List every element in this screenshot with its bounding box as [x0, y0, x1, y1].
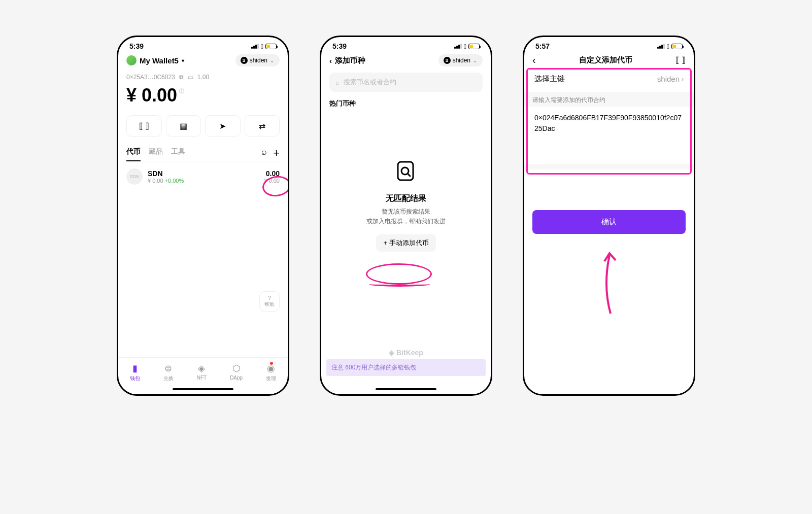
notification-dot [270, 362, 273, 365]
status-bar: 5:57 􀙇 [524, 37, 694, 52]
token-price: ¥ 0.00 [148, 178, 163, 184]
token-icon: SDN [126, 168, 143, 185]
token-change: +0.00% [165, 178, 184, 184]
add-token-icon[interactable]: + [273, 147, 280, 160]
empty-sub2: 或加入电报群，帮助我们改进 [329, 217, 483, 226]
token-row-sdn[interactable]: SDN SDN ¥ 0.00 +0.00% 0.00 ¥ 0.00 [126, 162, 280, 191]
wifi-icon: 􀙇 [261, 43, 263, 50]
empty-sub1: 暂无该币搜索结果 [329, 207, 483, 217]
stake-icon[interactable]: ▭ [188, 74, 193, 81]
dapp-icon: ⬡ [232, 363, 241, 374]
empty-state: 无匹配结果 暂无该币搜索结果 或加入电报群，帮助我们改进 + 手动添加代币 [329, 159, 483, 252]
status-time: 5:57 [535, 42, 550, 50]
svg-rect-0 [398, 162, 413, 180]
brand-icon: ◈ [389, 349, 396, 357]
signal-icon [251, 44, 259, 49]
scan-button[interactable]: ⟦ ⟧ [126, 115, 162, 136]
chain-selector[interactable]: S shiden ⌄ [438, 54, 483, 66]
home-indicator [376, 388, 436, 390]
status-time: 5:39 [129, 42, 144, 50]
chain-label: shiden [250, 57, 267, 64]
wallet-icon: ▮ [132, 363, 138, 374]
wifi-icon: 􀙇 [464, 43, 466, 50]
help-icon: ? [268, 295, 271, 301]
status-indicators: 􀙇 [454, 43, 480, 50]
nav-dapp[interactable]: ⬡DApp [230, 363, 243, 382]
status-bar: 5:39 􀙇 [118, 37, 288, 52]
nav-wallet[interactable]: ▮钱包 [130, 363, 140, 382]
search-input[interactable]: ⌕ 搜索币名或者合约 [329, 73, 483, 92]
balance-display: ¥ 0.00 ⓘ [126, 85, 280, 106]
help-label: 帮助 [264, 301, 275, 308]
wifi-icon: 􀙇 [667, 43, 669, 50]
battery-icon [671, 44, 683, 49]
receive-button[interactable]: ▦ [166, 115, 201, 136]
phone-custom-add-token: 5:57 􀙇 ‹ 自定义添加代币 ⟦ ⟧ 选择主链 shiden › 请输入需要… [523, 36, 695, 396]
section-hot-tokens: 热门币种 [329, 99, 483, 108]
chevron-down-icon: ⌄ [472, 57, 478, 64]
status-time: 5:39 [332, 42, 347, 50]
promo-banner[interactable]: 注意 600万用户选择的多链钱包 [326, 359, 486, 376]
page-title: 添加币种 [335, 56, 365, 65]
tab-tokens[interactable]: 代币 [126, 147, 141, 161]
token-amount: 0.00 [264, 169, 280, 178]
phone-wallet-home: 5:39 􀙇 My Wallet5 ▾ S shiden ⌄ 0×25A3…0C… [117, 36, 289, 396]
chevron-left-icon: ‹ [329, 56, 332, 65]
contract-field-label: 请输入需要添加的代币合约 [524, 92, 694, 107]
scan-icon[interactable]: ⟦ ⟧ [675, 55, 686, 65]
bottom-nav: ▮钱包 ⊜兑换 ◈NFT ⬡DApp ◉发现 [118, 357, 288, 385]
chevron-right-icon: › [682, 76, 684, 83]
empty-search-icon [394, 159, 418, 188]
swap-icon: ⊜ [164, 363, 172, 374]
svg-line-2 [408, 174, 410, 176]
annotation-circle-manual [366, 263, 432, 285]
status-indicators: 􀙇 [251, 43, 277, 50]
balance-value: ¥ 0.00 [126, 85, 177, 106]
chain-row[interactable]: 选择主链 shiden › [532, 66, 686, 92]
info-icon[interactable]: ⓘ [179, 88, 184, 95]
stake-amount: 1.00 [197, 74, 209, 81]
search-icon[interactable]: ⌕ [261, 147, 267, 160]
chain-icon: S [444, 57, 451, 64]
battery-icon [468, 44, 480, 49]
nav-swap[interactable]: ⊜兑换 [163, 363, 174, 382]
back-button[interactable]: ‹ [532, 54, 536, 66]
annotation-underline-manual [369, 282, 430, 287]
help-button[interactable]: ? 帮助 [259, 291, 280, 312]
status-indicators: 􀙇 [657, 43, 683, 50]
back-button[interactable]: ‹ 添加币种 [329, 56, 365, 65]
confirm-button[interactable]: 确认 [532, 210, 686, 234]
manual-add-label: + 手动添加代币 [383, 238, 428, 248]
wallet-name-label: My Wallet5 [140, 56, 179, 65]
send-button[interactable]: ➤ [205, 115, 241, 136]
token-fiat: ¥ 0.00 [264, 178, 280, 184]
token-symbol: SDN [148, 169, 184, 178]
chain-row-value: shiden [657, 75, 680, 83]
manual-add-button[interactable]: + 手动添加代币 [376, 234, 435, 252]
phone-add-token-search: 5:39 􀙇 ‹ 添加币种 S shiden ⌄ ⌕ 搜索币名或者合约 热门币种 [320, 36, 492, 396]
home-indicator [173, 388, 233, 390]
signal-icon [454, 44, 462, 49]
wallet-selector[interactable]: My Wallet5 ▾ [126, 55, 184, 65]
chevron-down-icon: ⌄ [269, 57, 275, 64]
chain-row-label: 选择主链 [534, 74, 565, 84]
battery-icon [265, 44, 277, 49]
chain-label: shiden [453, 57, 470, 64]
brand-footer: ◈ BitKeep [321, 349, 491, 357]
search-icon: ⌕ [335, 79, 340, 86]
annotation-arrow [595, 250, 626, 316]
nav-nft[interactable]: ◈NFT [197, 363, 207, 382]
tab-collectibles[interactable]: 藏品 [149, 147, 163, 161]
contract-input[interactable]: 0×024Ea6d6806FB17F39F90F93850010f2c0725D… [532, 107, 686, 164]
wallet-avatar [126, 55, 137, 65]
swap-button[interactable]: ⇄ [245, 115, 280, 136]
empty-title: 无匹配结果 [329, 193, 483, 204]
nft-icon: ◈ [198, 363, 205, 374]
chain-icon: S [241, 57, 248, 64]
search-placeholder: 搜索币名或者合约 [344, 78, 396, 87]
chain-selector[interactable]: S shiden ⌄ [235, 54, 280, 66]
address-short[interactable]: 0×25A3…0C6023 [126, 74, 175, 81]
tab-tools[interactable]: 工具 [171, 147, 185, 161]
nav-discover[interactable]: ◉发现 [266, 363, 276, 382]
copy-icon[interactable]: ⧉ [179, 74, 184, 81]
